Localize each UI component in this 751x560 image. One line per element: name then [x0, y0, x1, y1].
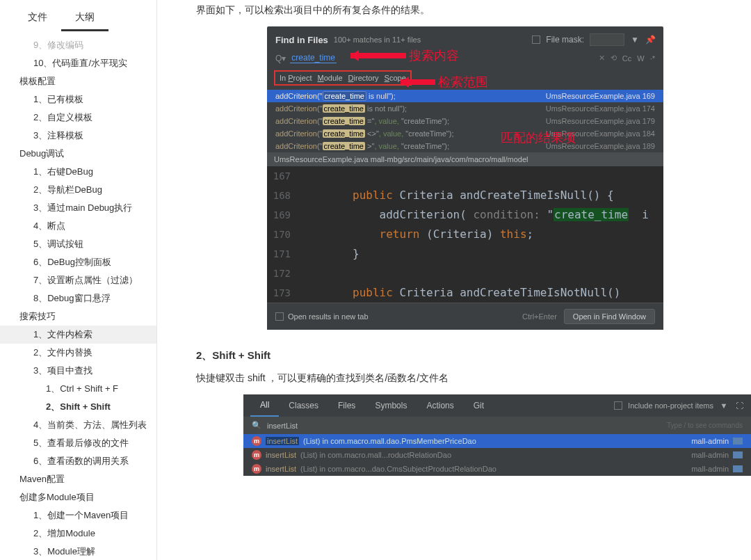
module-icon: [733, 465, 743, 472]
desc-2: 快捷键双击 shift ，可以更精确的查找到类名/函数名/文件名: [196, 372, 751, 385]
fif-scope-row: In ProjectModuleDirectoryScope: [267, 66, 663, 90]
tree-item[interactable]: 5、调试按钮: [0, 235, 156, 253]
regex-toggle[interactable]: ·*: [650, 54, 655, 63]
open-find-window-button[interactable]: Open in Find Window: [564, 309, 655, 324]
content-area: 界面如下，可以检索出项目中的所有复合条件的结果。 Find in Files 1…: [157, 0, 751, 560]
find-in-files-panel: Find in Files 100+ matches in 11+ files …: [267, 26, 663, 330]
tree-item[interactable]: 模板配置: [0, 72, 156, 90]
module-icon: [733, 451, 743, 458]
se-results: minsertList(List) in com.macro.mall.dao.…: [243, 434, 751, 476]
fif-path-bar: UmsResourceExample.java mall-mbg/src/mai…: [267, 152, 663, 166]
se-expand-icon[interactable]: ⛶: [734, 401, 744, 410]
new-tab-checkbox[interactable]: [275, 312, 284, 321]
fif-search-row: Q▾ create_time ✕ ⟲ Cc W ·*: [267, 50, 663, 66]
method-icon: m: [252, 450, 261, 460]
fif-result-row[interactable]: addCriterion("create_time =", value, "cr…: [267, 115, 663, 127]
tree-item[interactable]: 7、设置断点属性（过滤）: [0, 271, 156, 289]
file-mask-checkbox[interactable]: [532, 35, 540, 44]
sidebar: 文件 大纲 9、修改编码10、代码垂直/水平现实模板配置1、已有模板2、自定义模…: [0, 0, 157, 560]
tree-item[interactable]: 2、增加Module: [0, 525, 156, 543]
case-toggle[interactable]: Cc: [622, 54, 631, 63]
se-tab-all[interactable]: All: [250, 394, 279, 417]
se-search-row: 🔍 insertList Type / to see commands: [243, 417, 751, 434]
tree-item[interactable]: 3、通过main Debug执行: [0, 199, 156, 217]
tab-outline[interactable]: 大纲: [61, 6, 108, 31]
file-mask-label: File mask:: [546, 35, 584, 45]
fif-result-row[interactable]: addCriterion("create_time <>", value, "c…: [267, 127, 663, 140]
tree-item[interactable]: 1、右键DeBug: [0, 163, 156, 181]
code-line: 167: [267, 166, 663, 186]
se-tab-files[interactable]: Files: [328, 395, 365, 416]
tree-item[interactable]: 1、创建一个Maven项目: [0, 506, 156, 525]
se-tab-symbols[interactable]: Symbols: [365, 395, 417, 416]
fif-header: Find in Files 100+ matches in 11+ files …: [267, 26, 663, 50]
search-prefix-icon: Q▾: [275, 54, 286, 63]
tree-item[interactable]: 1、Ctrl + Shift + F: [0, 380, 156, 398]
filter-icon[interactable]: ▼: [630, 35, 640, 45]
fif-subtitle: 100+ matches in 11+ files: [334, 35, 421, 44]
tree-item[interactable]: 4、断点: [0, 217, 156, 235]
se-result-row[interactable]: minsertList(List) in com.macro.mall.dao.…: [243, 434, 751, 448]
code-line: 170 return (Criteria) this;: [267, 225, 663, 244]
tree-item[interactable]: 3、注释模板: [0, 127, 156, 145]
se-result-row[interactable]: minsertList(List) in com.macro.mall...ro…: [243, 448, 751, 462]
tree-item[interactable]: 2、Shift + Shift: [0, 398, 156, 416]
code-line: 168 public Criteria andCreateTimeIsNull(…: [267, 186, 663, 205]
fif-result-row[interactable]: addCriterion("create_time >", value, "cr…: [267, 140, 663, 152]
tree-item[interactable]: Debug调试: [0, 145, 156, 163]
se-filter-icon[interactable]: ▼: [719, 401, 729, 410]
scope-in-project[interactable]: In Project: [280, 74, 312, 82]
code-line: 169 addCriterion( condition: "create_tim…: [267, 205, 663, 225]
file-mask-input[interactable]: [590, 33, 624, 46]
scope-box: In ProjectModuleDirectoryScope: [274, 70, 412, 86]
scope-scope[interactable]: Scope: [385, 74, 406, 82]
fif-hint: Ctrl+Enter: [522, 312, 557, 321]
scope-module[interactable]: Module: [317, 74, 342, 82]
tree-item[interactable]: 4、当前类、方法、属性列表: [0, 416, 156, 434]
se-tab-git[interactable]: Git: [464, 395, 494, 416]
scope-directory[interactable]: Directory: [348, 74, 379, 82]
fif-footer: Open results in new tab Ctrl+Enter Open …: [267, 303, 663, 330]
pin-icon[interactable]: 📌: [645, 35, 655, 45]
tree-item[interactable]: 1、文件内检索: [0, 326, 156, 344]
include-nonproject-checkbox[interactable]: [614, 401, 622, 410]
section-title-2: 2、Shift + Shift: [196, 349, 751, 362]
sidebar-tabs: 文件 大纲: [0, 0, 156, 32]
tree-item[interactable]: 2、文件内替换: [0, 344, 156, 362]
fif-code-preview: 167168 public Criteria andCreateTimeIsNu…: [267, 166, 663, 303]
tree-item[interactable]: 搜索技巧: [0, 307, 156, 326]
tab-file[interactable]: 文件: [14, 6, 61, 31]
tree-item[interactable]: Maven配置: [0, 470, 156, 488]
tree-item[interactable]: 6、查看函数的调用关系: [0, 452, 156, 470]
code-line: 173 public Criteria andCreateTimeIsNotNu…: [267, 283, 663, 303]
tree-item[interactable]: 8、Debug窗口悬浮: [0, 289, 156, 307]
fif-result-row[interactable]: addCriterion("create_time is null");UmsR…: [267, 90, 663, 102]
fif-results: addCriterion("create_time is null");UmsR…: [267, 90, 663, 152]
tree-item[interactable]: 创建多Module项目: [0, 488, 156, 506]
back-icon[interactable]: ⟲: [611, 54, 617, 63]
tree-item[interactable]: 3、Module理解: [0, 543, 156, 560]
tree-item[interactable]: 3、项目中查找: [0, 362, 156, 380]
se-tab-classes[interactable]: Classes: [279, 395, 328, 416]
tree-item[interactable]: 2、自定义模板: [0, 109, 156, 127]
method-icon: m: [252, 436, 261, 446]
word-toggle[interactable]: W: [637, 54, 644, 63]
tree-item[interactable]: 10、代码垂直/水平现实: [0, 54, 156, 72]
intro-text: 界面如下，可以检索出项目中的所有复合条件的结果。: [196, 4, 751, 17]
tree-item[interactable]: 6、DeBug控制面板: [0, 253, 156, 271]
include-nonproject-label: Include non-project items: [628, 401, 713, 410]
close-icon[interactable]: ✕: [599, 54, 605, 63]
fif-result-row[interactable]: addCriterion("create_time is not null");…: [267, 102, 663, 115]
se-tab-actions[interactable]: Actions: [417, 395, 463, 416]
tree-item[interactable]: 2、导航栏DeBug: [0, 181, 156, 199]
search-icon: 🔍: [252, 421, 261, 430]
se-search-input[interactable]: insertList: [267, 422, 298, 430]
fif-search-input[interactable]: create_time: [290, 53, 337, 63]
module-icon: [733, 438, 743, 445]
tree-item[interactable]: 5、查看最后修改的文件: [0, 434, 156, 452]
code-line: 172: [267, 264, 663, 283]
se-tabs: AllClassesFilesSymbolsActionsGit Include…: [243, 394, 751, 417]
se-result-row[interactable]: minsertList(List) in com.macro...dao.Cms…: [243, 462, 751, 476]
tree-item[interactable]: 1、已有模板: [0, 90, 156, 109]
tree-item[interactable]: 9、修改编码: [0, 36, 156, 54]
